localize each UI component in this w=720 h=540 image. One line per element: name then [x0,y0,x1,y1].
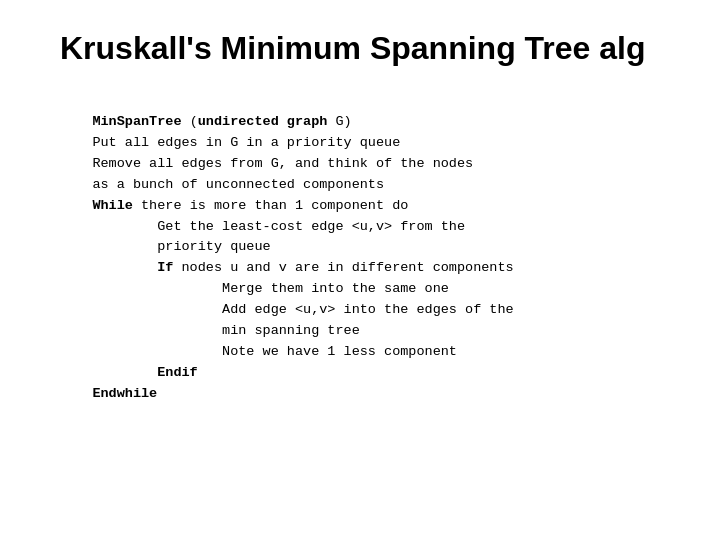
code-line-1: MinSpanTree (undirected graph G) [92,114,351,129]
slide-title: Kruskall's Minimum Spanning Tree alg [60,30,660,67]
code-line-6: Get the least-cost edge <u,v> from the [60,219,465,234]
code-line-12: Note we have 1 less component [60,344,457,359]
code-line-10: Add edge <u,v> into the edges of the [60,302,514,317]
code-block: MinSpanTree (undirected graph G) Put all… [60,91,660,426]
code-line-14: Endwhile [60,386,157,401]
slide-container: Kruskall's Minimum Spanning Tree alg Min… [0,0,720,540]
code-line-11: min spanning tree [60,323,360,338]
keyword-if: If [157,260,173,275]
code-line-9: Merge them into the same one [60,281,449,296]
code-line-8: If nodes u and v are in different compon… [60,260,514,275]
code-line-3: Remove all edges from G, and think of th… [60,156,473,171]
keyword-while: While [92,198,133,213]
code-line-5: While there is more than 1 component do [60,198,408,213]
keyword-endif: Endif [157,365,198,380]
keyword-minspantree: MinSpanTree [92,114,181,129]
keyword-endwhile: Endwhile [92,386,157,401]
code-line-13: Endif [60,365,198,380]
code-line-4: as a bunch of unconnected components [60,177,384,192]
keyword-undirected-graph: undirected graph [198,114,328,129]
code-line-2: Put all edges in G in a priority queue [60,135,400,150]
code-line-7: priority queue [60,239,271,254]
